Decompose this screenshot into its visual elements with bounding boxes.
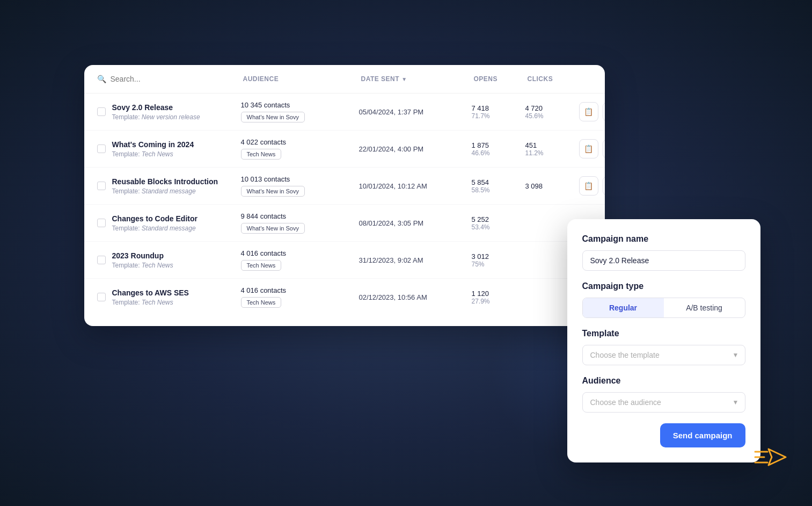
row-audience-2: 4 022 contacts Tech News (241, 138, 359, 160)
campaign-list-card: 🔍 AUDIENCE DATE SENT ▼ OPENS CLICKS Sovy… (84, 65, 605, 326)
svg-marker-3 (769, 449, 786, 465)
clicks-count-2: 451 (525, 141, 579, 149)
row-checkbox-3 (97, 182, 112, 190)
copy-button-1[interactable]: 📋 (579, 102, 598, 121)
row-checkbox-6 (97, 293, 112, 301)
audience-count-4: 9 844 contacts (241, 212, 359, 220)
main-container: 🔍 AUDIENCE DATE SENT ▼ OPENS CLICKS Sovy… (84, 65, 728, 441)
opens-count-4: 5 252 (472, 215, 525, 223)
copy-button-2[interactable]: 📋 (579, 139, 598, 158)
delete-button-3[interactable]: 🗑 (603, 176, 605, 196)
form-footer: Send campaign (582, 423, 745, 447)
audience-count-2: 4 022 contacts (241, 138, 359, 146)
row-audience-4: 9 844 contacts What's New in Sovy (241, 212, 359, 234)
row-name-2: What's Coming in 2024 Template: Tech New… (112, 140, 241, 158)
row-clicks-3: 3 098 (525, 182, 579, 190)
audience-select-wrapper: Choose the audience ▼ (582, 392, 745, 413)
clicks-count-3: 3 098 (525, 182, 579, 190)
opens-pct-4: 53.4% (472, 223, 525, 231)
send-campaign-button[interactable]: Send campaign (660, 423, 745, 447)
campaign-name-input[interactable] (582, 250, 745, 271)
opens-pct-5: 75% (472, 261, 525, 268)
table-body: Sovy 2.0 Release Template: New version r… (84, 93, 605, 315)
row-opens-6: 1 120 27.9% (472, 290, 525, 305)
opens-count-1: 7 418 (472, 104, 525, 112)
col-header-clicks: CLICKS (528, 75, 581, 83)
opens-pct-2: 46.6% (472, 149, 525, 157)
row-name-4: Changes to Code Editor Template: Standar… (112, 214, 241, 232)
audience-count-1: 10 345 contacts (241, 101, 359, 109)
row-date-5: 31/12/2023, 9:02 AM (359, 256, 472, 264)
row-name-3: Reusable Blocks Introduction Template: S… (112, 177, 241, 195)
row-opens-5: 3 012 75% (472, 252, 525, 268)
template-select-wrapper: Choose the template ▼ (582, 345, 745, 365)
campaign-template-5: Template: Tech News (112, 262, 241, 269)
opens-count-5: 3 012 (472, 252, 525, 261)
campaign-title-3: Reusable Blocks Introduction (112, 177, 241, 186)
clicks-pct-1: 45.6% (525, 112, 579, 120)
table-row: Changes to AWS SES Template: Tech News 4… (84, 279, 605, 315)
row-clicks-1: 4 720 45.6% (525, 104, 579, 120)
campaign-title-6: Changes to AWS SES (112, 288, 241, 297)
checkbox-4[interactable] (97, 219, 106, 227)
campaign-template-1: Template: New version release (112, 113, 241, 121)
checkbox-5[interactable] (97, 256, 106, 264)
campaign-template-6: Template: Tech News (112, 299, 241, 306)
campaign-form-card: Campaign name Campaign type Regular A/B … (567, 219, 760, 462)
row-audience-1: 10 345 contacts What's New in Sovy (241, 101, 359, 122)
template-select[interactable]: Choose the template (582, 345, 745, 365)
list-header: 🔍 AUDIENCE DATE SENT ▼ OPENS CLICKS (84, 65, 605, 93)
campaign-name-label: Campaign name (582, 234, 745, 244)
row-date-6: 02/12/2023, 10:56 AM (359, 293, 472, 301)
delete-button-2[interactable]: 🗑 (603, 139, 605, 158)
campaign-title-4: Changes to Code Editor (112, 214, 241, 223)
row-checkbox-2 (97, 144, 112, 153)
copy-button-3[interactable]: 📋 (579, 176, 598, 196)
row-opens-1: 7 418 71.7% (472, 104, 525, 120)
row-actions-3: 📋 🗑 (579, 176, 605, 196)
row-opens-2: 1 875 46.6% (472, 141, 525, 157)
campaign-title-5: 2023 Roundup (112, 251, 241, 260)
audience-select[interactable]: Choose the audience (582, 392, 745, 413)
campaign-title-2: What's Coming in 2024 (112, 140, 241, 149)
campaign-type-toggle: Regular A/B testing (582, 298, 745, 318)
campaign-template-2: Template: Tech News (112, 150, 241, 158)
search-icon: 🔍 (97, 75, 106, 83)
type-ab-button[interactable]: A/B testing (664, 298, 745, 317)
opens-pct-6: 27.9% (472, 298, 525, 305)
row-date-3: 10/01/2024, 10:12 AM (359, 182, 472, 190)
table-row: Reusable Blocks Introduction Template: S… (84, 168, 605, 205)
audience-badge-2: Tech News (241, 149, 282, 160)
row-date-1: 05/04/2024, 1:37 PM (359, 108, 472, 116)
row-opens-3: 5 854 58.5% (472, 178, 525, 194)
campaign-template-4: Template: Standard message (112, 225, 241, 232)
opens-count-3: 5 854 (472, 178, 525, 186)
row-checkbox-5 (97, 256, 112, 264)
row-name-5: 2023 Roundup Template: Tech News (112, 251, 241, 269)
clicks-count-1: 4 720 (525, 104, 579, 112)
audience-badge-3: What's New in Sovy (241, 186, 305, 197)
checkbox-6[interactable] (97, 293, 106, 301)
checkbox-2[interactable] (97, 144, 106, 153)
row-checkbox-4 (97, 219, 112, 227)
row-name-6: Changes to AWS SES Template: Tech News (112, 288, 241, 306)
checkbox-3[interactable] (97, 182, 106, 190)
opens-count-6: 1 120 (472, 290, 525, 298)
type-regular-button[interactable]: Regular (583, 298, 664, 317)
row-name-1: Sovy 2.0 Release Template: New version r… (112, 103, 241, 121)
delete-button-1[interactable]: 🗑 (603, 102, 605, 121)
audience-badge-4: What's New in Sovy (241, 223, 305, 234)
row-date-4: 08/01/2024, 3:05 PM (359, 219, 472, 227)
opens-count-2: 1 875 (472, 141, 525, 149)
audience-count-5: 4 016 contacts (241, 249, 359, 257)
row-audience-3: 10 013 contacts What's New in Sovy (241, 175, 359, 197)
row-audience-6: 4 016 contacts Tech News (241, 286, 359, 308)
search-input[interactable] (111, 75, 207, 83)
table-row: Sovy 2.0 Release Template: New version r… (84, 93, 605, 131)
opens-pct-3: 58.5% (472, 186, 525, 194)
row-checkbox-1 (97, 107, 112, 116)
row-actions-1: 📋 🗑 (579, 102, 605, 121)
campaign-type-label: Campaign type (582, 281, 745, 291)
column-headers: AUDIENCE DATE SENT ▼ OPENS CLICKS (243, 75, 592, 83)
checkbox-1[interactable] (97, 107, 106, 116)
